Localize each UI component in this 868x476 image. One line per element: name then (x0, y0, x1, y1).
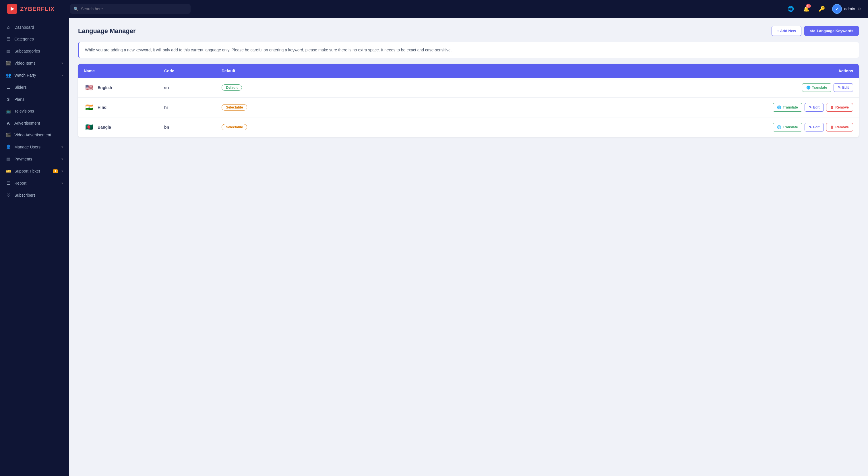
plans-icon: $ (6, 97, 11, 101)
col-default: Default (216, 64, 302, 78)
sidebar-item-video-items[interactable]: 🎬 Video Items ▾ (0, 57, 69, 69)
default-status-cell: Selectable (216, 100, 302, 115)
sidebar-item-payments[interactable]: ▤ Payments ▾ (0, 153, 69, 165)
edit-button[interactable]: ✎ Edit (834, 83, 853, 92)
video-ad-icon: 🎬 (6, 132, 11, 138)
sidebar-label: Manage Users (14, 145, 58, 149)
status-badge: Default (222, 84, 242, 91)
sidebar-label: Payments (14, 157, 58, 161)
col-name: Name (78, 64, 158, 78)
user-name: admin (844, 7, 855, 11)
language-name: Bangla (98, 125, 111, 129)
tv-icon: 📺 (6, 109, 11, 114)
sidebar-label: Sliders (14, 85, 63, 90)
language-code: hi (158, 100, 216, 114)
sidebar-label: Plans (14, 97, 63, 101)
sidebar-item-video-advertisement[interactable]: 🎬 Video Advertisement (0, 129, 69, 141)
sidebar-item-subcategories[interactable]: ▤ Subcategories (0, 45, 69, 57)
support-badge: 1 (53, 169, 58, 173)
sidebar-label: Dashboard (14, 25, 63, 30)
status-badge: Selectable (222, 124, 247, 130)
sidebar-item-sliders[interactable]: ⚌ Sliders (0, 81, 69, 93)
add-new-button[interactable]: + Add New (772, 26, 801, 36)
globe-icon-btn[interactable]: 🌐 (786, 4, 796, 14)
search-icon: 🔍 (73, 7, 79, 11)
flag-english: 🇺🇸 (84, 82, 94, 93)
sidebar-item-report[interactable]: ☰ Report ▾ (0, 177, 69, 189)
sidebar-item-manage-users[interactable]: 👤 Manage Users ▾ (0, 141, 69, 153)
sidebar-item-plans[interactable]: $ Plans (0, 93, 69, 105)
support-ticket-icon: 🎫 (6, 169, 11, 174)
status-badge: Selectable (222, 104, 247, 111)
info-box: While you are adding a new keyword, it w… (78, 42, 859, 58)
page-title: Language Manager (78, 27, 135, 35)
language-name-cell: 🇺🇸 English (78, 78, 158, 97)
sidebar-label: Subscribers (14, 193, 63, 198)
nav-right: 🌐 🔔 9+ 🔑 ✓ admin ⚙ (786, 4, 861, 14)
sidebar-item-categories[interactable]: ☰ Categories (0, 33, 69, 45)
search-bar: 🔍 (70, 4, 191, 14)
trash-icon: 🗑 (830, 125, 834, 129)
translate-button[interactable]: 🌐 Translate (773, 103, 802, 112)
edit-button[interactable]: ✎ Edit (805, 103, 824, 112)
default-status-cell: Selectable (216, 119, 302, 135)
default-status-cell: Default (216, 80, 302, 95)
report-icon: ☰ (6, 181, 11, 186)
info-text: While you are adding a new keyword, it w… (85, 47, 853, 53)
col-code: Code (158, 64, 216, 78)
sliders-icon: ⚌ (6, 85, 11, 90)
language-code: bn (158, 120, 216, 134)
payments-icon: ▤ (6, 156, 11, 161)
sidebar-label: Advertisement (14, 121, 63, 125)
language-name-cell: 🇧🇩 Bangla (78, 117, 158, 137)
sidebar-item-support-ticket[interactable]: 🎫 Support Ticket 1 ▾ (0, 165, 69, 177)
trash-icon: 🗑 (830, 106, 834, 109)
logo-text: ZYBERFLIX (20, 6, 55, 12)
sidebar-item-televisions[interactable]: 📺 Televisions (0, 105, 69, 117)
table-row: 🇺🇸 English en Default 🌐 Translate ✎ Edit (78, 78, 859, 98)
sidebar-label: Video Advertisement (14, 132, 63, 137)
categories-icon: ☰ (6, 36, 11, 41)
manage-users-icon: 👤 (6, 144, 11, 150)
flag-bangla: 🇧🇩 (84, 122, 94, 132)
sidebar-item-watch-party[interactable]: 👥 Watch Party ▾ (0, 69, 69, 81)
language-name: Hindi (98, 105, 107, 110)
translate-icon: 🌐 (777, 125, 781, 129)
translate-icon: 🌐 (777, 106, 781, 109)
language-code: en (158, 81, 216, 94)
key-icon-btn[interactable]: 🔑 (817, 4, 827, 14)
sidebar-label: Categories (14, 37, 63, 41)
header-actions: + Add New </> Language Keywords (772, 26, 859, 36)
language-table: Name Code Default Actions 🇺🇸 English en … (78, 64, 859, 137)
language-keywords-button[interactable]: </> Language Keywords (804, 26, 859, 36)
edit-button[interactable]: ✎ Edit (805, 123, 824, 131)
user-settings-icon: ⚙ (857, 7, 861, 11)
remove-button[interactable]: 🗑 Remove (826, 103, 853, 112)
edit-icon: ✎ (809, 106, 812, 109)
notifications-btn[interactable]: 🔔 9+ (801, 4, 811, 14)
sidebar-item-subscribers[interactable]: ♡ Subscribers (0, 189, 69, 201)
main-content: Language Manager + Add New </> Language … (69, 18, 868, 476)
chevron-down-icon: ▾ (61, 61, 63, 65)
sidebar-label: Televisions (14, 109, 63, 113)
sidebar-item-dashboard[interactable]: ⌂ Dashboard (0, 21, 69, 33)
edit-icon: ✎ (809, 125, 812, 129)
table-header: Name Code Default Actions (78, 64, 859, 78)
translate-button[interactable]: 🌐 Translate (802, 83, 832, 92)
actions-cell: 🌐 Translate ✎ Edit (302, 80, 859, 95)
search-input[interactable] (70, 4, 191, 14)
video-items-icon: 🎬 (6, 61, 11, 66)
remove-button[interactable]: 🗑 Remove (826, 123, 853, 131)
chevron-down-icon: ▾ (61, 73, 63, 77)
logo: ZYBERFLIX (7, 4, 64, 14)
sidebar-label: Subcategories (14, 49, 63, 53)
translate-button[interactable]: 🌐 Translate (773, 123, 802, 131)
translate-icon: 🌐 (806, 86, 811, 90)
language-name: English (98, 85, 112, 90)
user-info[interactable]: ✓ admin ⚙ (832, 4, 861, 14)
sidebar-item-advertisement[interactable]: A Advertisement (0, 117, 69, 129)
logo-icon (7, 4, 17, 14)
actions-cell: 🌐 Translate ✎ Edit 🗑 Remove (302, 100, 859, 115)
code-icon: </> (810, 29, 815, 33)
edit-icon: ✎ (838, 86, 841, 90)
